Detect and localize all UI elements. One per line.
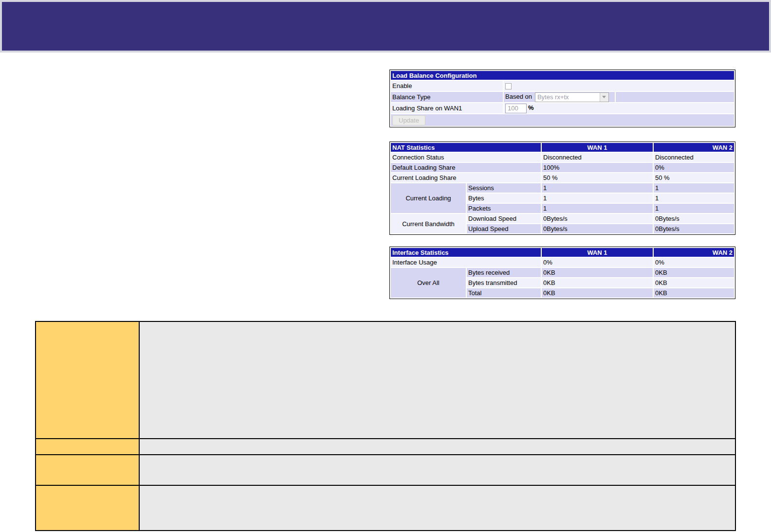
interface-statistics-title: Interface Statistics [391,248,541,257]
interface-usage-wan2: 0% [654,258,734,267]
help-description-cell [139,455,735,485]
bytes-transmitted-wan2: 0KB [654,278,734,287]
nat-statistics-title: NAT Statistics [391,143,541,152]
load-balance-config-table: Load Balance Configuration Enable Balanc… [389,70,735,127]
top-banner [0,0,771,53]
help-description-cell [139,485,735,531]
help-description-cell [139,439,735,455]
total-wan2: 0KB [654,288,734,298]
bytes-wan2: 1 [654,194,734,203]
packets-wan2: 1 [654,204,734,213]
panels-column: Load Balance Configuration Enable Balanc… [389,70,735,299]
table-row [36,485,735,531]
percent-sign: % [528,104,534,111]
table-row: Connection Status Disconnected Disconnec… [391,153,734,162]
balance-type-label: Balance Type [391,92,503,102]
balance-type-cell: Based onBytes rx+tx [504,92,615,102]
help-table [35,321,736,531]
default-loading-share-label: Default Loading Share [391,163,541,172]
update-row: Update [391,114,734,126]
enable-checkbox[interactable] [505,83,512,89]
bytes-received-label: Bytes received [467,268,541,277]
nat-wan2-header: WAN 2 [654,143,734,152]
download-speed-wan1: 0Bytes/s [542,214,653,223]
interface-wan1-header: WAN 1 [542,248,653,257]
load-balance-config-title: Load Balance Configuration [391,71,734,80]
total-wan1: 0KB [542,288,653,298]
bytes-label: Bytes [467,194,541,203]
help-description-cell [139,321,735,439]
interface-usage-wan1: 0% [542,258,653,267]
table-row: Current Loading Share 50 % 50 % [391,173,734,182]
balance-type-selected-value: Bytes rx+tx [535,93,600,101]
bytes-transmitted-wan1: 0KB [542,278,653,287]
bytes-received-wan1: 0KB [542,268,653,277]
upload-speed-wan2: 0Bytes/s [654,224,734,233]
over-all-group-label: Over All [391,268,466,298]
total-label: Total [467,288,541,298]
sessions-label: Sessions [467,183,541,193]
packets-wan1: 1 [542,204,653,213]
bytes-transmitted-label: Bytes transmitted [467,278,541,287]
sessions-wan2: 1 [654,183,734,193]
help-term-cell [36,455,139,485]
current-loading-group-label: Current Loading [391,183,466,213]
download-speed-label: Download Speed [467,214,541,223]
table-row: Interface Usage 0% 0% [391,258,734,267]
enable-cell [504,81,734,91]
interface-wan2-header: WAN 2 [654,248,734,257]
current-loading-share-label: Current Loading Share [391,173,541,182]
packets-label: Packets [467,204,541,213]
connection-status-wan2: Disconnected [654,153,734,162]
based-on-label: Based on [505,93,532,100]
upload-speed-label: Upload Speed [467,224,541,233]
nat-statistics-table: NAT Statistics WAN 1 WAN 2 Connection St… [389,142,735,235]
enable-label: Enable [391,81,503,91]
connection-status-wan1: Disconnected [542,153,653,162]
table-row [36,321,735,439]
current-loading-share-wan2: 50 % [654,173,734,182]
balance-type-select[interactable]: Bytes rx+tx [535,92,609,102]
interface-usage-label: Interface Usage [391,258,541,267]
current-loading-share-wan1: 50 % [542,173,653,182]
update-button[interactable]: Update [392,115,425,125]
loading-share-cell: 100% [504,103,734,113]
sessions-wan1: 1 [542,183,653,193]
loading-share-label: Loading Share on WAN1 [391,103,503,113]
default-loading-share-wan1: 100% [542,163,653,172]
loading-share-input[interactable]: 100 [505,104,527,113]
table-row: Default Loading Share 100% 0% [391,163,734,172]
router-admin-page: Load Balance Configuration Enable Balanc… [0,0,771,532]
table-row: Current Bandwidth Download Speed 0Bytes/… [391,214,734,223]
nat-wan1-header: WAN 1 [542,143,653,152]
interface-statistics-table: Interface Statistics WAN 1 WAN 2 Interfa… [389,247,735,299]
help-term-cell [36,439,139,455]
help-term-cell [36,485,139,531]
chevron-down-icon [600,93,608,102]
table-row: Over All Bytes received 0KB 0KB [391,268,734,277]
bytes-wan1: 1 [542,194,653,203]
bytes-received-wan2: 0KB [654,268,734,277]
table-row [36,455,735,485]
current-bandwidth-group-label: Current Bandwidth [391,214,466,233]
help-term-cell [36,321,139,439]
balance-type-spacer-cell [616,92,734,102]
upload-speed-wan1: 0Bytes/s [542,224,653,233]
connection-status-label: Connection Status [391,153,541,162]
download-speed-wan2: 0Bytes/s [654,214,734,223]
table-row: Current Loading Sessions 1 1 [391,183,734,193]
default-loading-share-wan2: 0% [654,163,734,172]
table-row [36,439,735,455]
